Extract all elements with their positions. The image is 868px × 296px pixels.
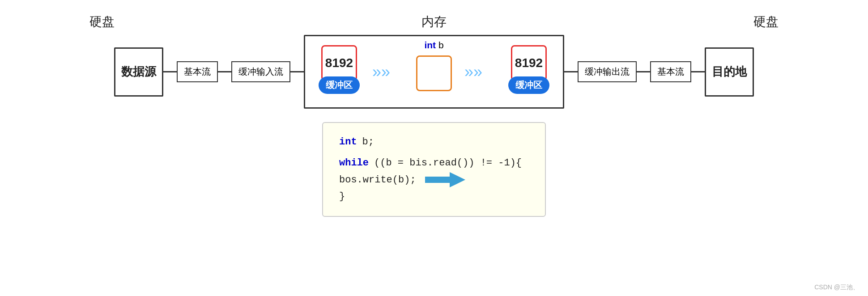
basic-stream-out-box: 基本流 bbox=[650, 61, 691, 82]
code-int-keyword: int bbox=[339, 134, 357, 150]
connector-line-2 bbox=[218, 71, 231, 72]
code-line-1: int b; bbox=[339, 134, 529, 150]
code-line3-text: bos.write(b); bbox=[339, 172, 416, 188]
memory-box: int b 8192 缓冲区 »» bbox=[304, 35, 564, 109]
code-line1-rest: b; bbox=[362, 134, 374, 150]
code-box: int b; while((b = bis.read()) != -1){ bo… bbox=[322, 122, 546, 217]
code-line-4: } bbox=[339, 188, 529, 205]
svg-text:»»: »» bbox=[372, 63, 390, 81]
arrow-right-2: »» bbox=[464, 61, 496, 85]
basic-stream-in-box: 基本流 bbox=[177, 61, 218, 82]
buffer-stream-in-box: 缓冲输入流 bbox=[231, 61, 290, 82]
right-buffer-group: 8192 缓冲区 bbox=[508, 45, 549, 94]
memory-label: 内存 bbox=[421, 13, 447, 30]
source-label: 数据源 bbox=[121, 64, 156, 80]
basic-stream-in-label: 基本流 bbox=[184, 67, 211, 76]
watermark: CSDN @三池、 bbox=[814, 283, 859, 292]
left-buffer-group: 8192 缓冲区 bbox=[319, 45, 360, 94]
int-keyword: int bbox=[424, 40, 436, 50]
left-buffer-label: 缓冲区 bbox=[319, 76, 360, 94]
buffer-stream-in-label: 缓冲输入流 bbox=[238, 67, 283, 76]
code-line4-text: } bbox=[339, 188, 345, 205]
right-buffer-label: 缓冲区 bbox=[508, 76, 549, 94]
code-while-keyword: while bbox=[339, 155, 369, 171]
buffer-stream-out-box: 缓冲输出流 bbox=[578, 61, 637, 82]
svg-marker-2 bbox=[425, 172, 465, 187]
variable-box bbox=[416, 55, 452, 91]
basic-stream-out-label: 基本流 bbox=[657, 67, 684, 76]
left-harddisk-label: 硬盘 bbox=[89, 13, 115, 30]
connector-line-5 bbox=[637, 71, 650, 72]
right-harddisk-label: 硬盘 bbox=[753, 13, 779, 30]
dest-box: 目的地 bbox=[705, 47, 754, 97]
blue-arrow-icon bbox=[425, 172, 465, 187]
arrow-right-1: »» bbox=[372, 61, 404, 85]
code-line-3: bos.write(b); bbox=[339, 172, 529, 188]
left-buffer-number: 8192 bbox=[321, 45, 357, 81]
connector-line-6 bbox=[691, 71, 705, 72]
connector-line-4 bbox=[564, 71, 578, 72]
connector-line-3 bbox=[290, 71, 304, 72]
main-container: 硬盘 内存 硬盘 数据源 基本流 缓冲输入流 bbox=[0, 0, 868, 296]
int-b-label: int b bbox=[424, 40, 443, 51]
buffer-stream-out-label: 缓冲输出流 bbox=[585, 67, 630, 76]
svg-text:»»: »» bbox=[464, 63, 482, 81]
connector-line-1 bbox=[163, 71, 177, 72]
source-box: 数据源 bbox=[114, 47, 163, 97]
code-line2-rest: ((b = bis.read()) != -1){ bbox=[374, 155, 522, 171]
code-line-2: while((b = bis.read()) != -1){ bbox=[339, 155, 529, 171]
b-label: b bbox=[438, 40, 444, 50]
dest-label: 目的地 bbox=[712, 64, 747, 80]
right-buffer-number: 8192 bbox=[511, 45, 547, 81]
